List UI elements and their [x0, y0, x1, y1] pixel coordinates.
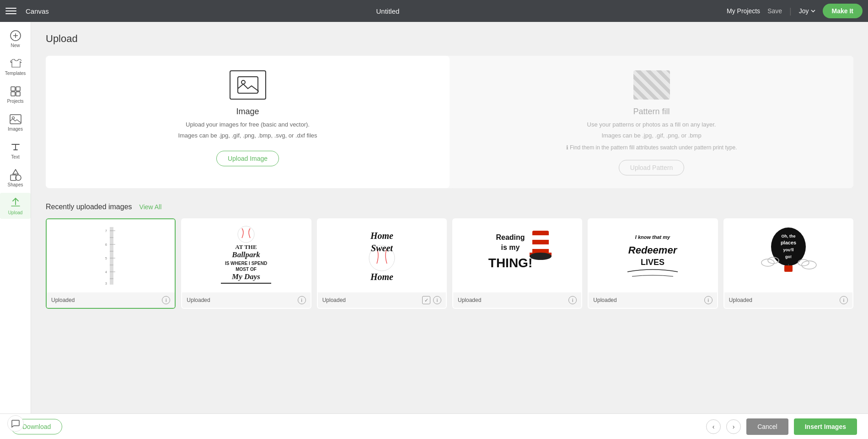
save-button[interactable]: Save: [767, 7, 782, 15]
info-icon-5[interactable]: i: [704, 296, 713, 304]
sidebar-item-projects[interactable]: Projects: [0, 81, 31, 107]
image-thumb-1: 7 6 5 4 3: [47, 219, 175, 292]
svg-rect-39: [532, 231, 549, 254]
image-card-footer-4: Uploaded i: [453, 292, 581, 308]
svg-text:My Days: My Days: [232, 272, 261, 281]
svg-rect-11: [110, 227, 113, 285]
image-card-label-3: Uploaded: [322, 297, 346, 303]
image-thumb-6: Oh, the places you'll go!: [724, 219, 852, 292]
image-card-footer-1: Uploaded i: [47, 292, 175, 308]
document-title[interactable]: Untitled: [54, 7, 721, 15]
header-divider: |: [789, 6, 792, 16]
image-grid: 7 6 5 4 3 Uploaded i: [46, 218, 853, 309]
image-upload-icon-box: [230, 70, 266, 100]
svg-point-8: [16, 175, 21, 180]
info-icon-2[interactable]: i: [298, 296, 306, 304]
image-card-actions-4: i: [568, 296, 577, 304]
svg-text:Oh, the: Oh, the: [781, 234, 795, 238]
svg-rect-5: [10, 115, 21, 124]
svg-text:7: 7: [105, 229, 107, 233]
info-icon-4[interactable]: i: [568, 296, 577, 304]
sidebar-item-templates[interactable]: Templates: [0, 53, 31, 79]
menu-icon[interactable]: [5, 8, 16, 14]
svg-text:Home: Home: [370, 272, 393, 282]
image-thumb-3: Home Sweet Home: [318, 219, 446, 292]
pattern-upload-desc1: Use your patterns or photos as a fill on…: [587, 120, 716, 129]
pattern-upload-desc2: Images can be .jpg, .gif, .png, or .bmp: [601, 131, 701, 140]
sidebar-item-shapes-label: Shapes: [8, 182, 23, 187]
svg-rect-1: [11, 87, 15, 91]
image-card-5[interactable]: I know that my Redeemer LIVES Uploaded i: [588, 218, 718, 309]
sidebar-item-images-label: Images: [8, 127, 23, 132]
svg-text:Sweet: Sweet: [371, 243, 393, 253]
make-it-button[interactable]: Make It: [823, 4, 863, 18]
view-all-link[interactable]: View All: [139, 203, 162, 211]
info-icon-1[interactable]: i: [162, 296, 170, 304]
sidebar-item-text[interactable]: Text: [0, 137, 31, 163]
image-card-label-2: Uploaded: [187, 297, 210, 303]
svg-text:is my: is my: [501, 243, 520, 251]
sidebar-item-templates-label: Templates: [5, 71, 26, 76]
upload-title: Upload: [46, 33, 853, 45]
shapes-icon: [9, 169, 22, 181]
info-icon-3[interactable]: i: [433, 296, 441, 304]
plus-circle-icon: [9, 29, 22, 42]
check-icon-3[interactable]: ✓: [422, 296, 430, 304]
canvas-label: Canvas: [26, 7, 49, 15]
sidebar-item-new[interactable]: New: [0, 26, 31, 52]
image-thumb-4: Reading is my THING!: [453, 219, 581, 292]
image-card-actions-5: i: [704, 296, 713, 304]
svg-text:MOST OF: MOST OF: [236, 267, 257, 272]
upload-pattern-card: Pattern fill Use your patterns or photos…: [450, 56, 853, 188]
recently-title: Recently uploaded images: [46, 203, 132, 211]
pagination-right-icon[interactable]: ›: [726, 419, 741, 434]
sidebar-item-images[interactable]: Images: [0, 109, 31, 135]
image-card-label-5: Uploaded: [593, 297, 616, 303]
upload-types: Image Upload your images for free (basic…: [46, 56, 853, 188]
user-menu[interactable]: Joy: [799, 7, 815, 15]
image-card-1[interactable]: 7 6 5 4 3 Uploaded i: [46, 218, 176, 309]
svg-text:Redeemer: Redeemer: [628, 244, 678, 256]
recently-header: Recently uploaded images View All: [46, 203, 853, 211]
svg-text:Reading: Reading: [496, 233, 525, 241]
image-card-6[interactable]: Oh, the places you'll go!: [723, 218, 853, 309]
svg-rect-4: [16, 92, 20, 96]
image-card-actions-2: i: [298, 296, 306, 304]
svg-rect-42: [532, 244, 549, 249]
svg-text:you'll: you'll: [783, 248, 793, 252]
image-thumb-2: AT THE Ballpark IS WHERE I SPEND MOST OF…: [182, 219, 310, 292]
sidebar-item-shapes[interactable]: Shapes: [0, 165, 31, 191]
grid-icon: [9, 85, 22, 98]
image-upload-desc2: Images can be .jpg, .gif, .png, .bmp, .s…: [178, 131, 317, 140]
image-thumb-5: I know that my Redeemer LIVES: [589, 219, 717, 292]
image-upload-desc1: Upload your images for free (basic and v…: [186, 120, 310, 129]
pagination-left-icon[interactable]: ‹: [706, 419, 721, 434]
cancel-button[interactable]: Cancel: [746, 418, 788, 435]
svg-text:6: 6: [105, 243, 107, 246]
sidebar-item-text-label: Text: [11, 154, 19, 159]
image-card-3[interactable]: Home Sweet Home Uploaded ✓: [317, 218, 447, 309]
sidebar: New Templates Projects Images Text: [0, 22, 31, 413]
svg-text:Home: Home: [370, 231, 393, 241]
upload-image-card: Image Upload your images for free (basic…: [46, 56, 450, 188]
insert-images-button[interactable]: Insert Images: [794, 418, 857, 435]
shirt-icon: [9, 57, 22, 70]
info-icon-6[interactable]: i: [840, 296, 848, 304]
svg-point-25: [238, 226, 254, 243]
bottom-right: ‹ › Cancel Insert Images: [706, 418, 857, 435]
my-projects-link[interactable]: My Projects: [727, 7, 760, 15]
image-card-actions-3: ✓ i: [422, 296, 441, 304]
chat-icon[interactable]: [7, 415, 24, 432]
sidebar-item-upload[interactable]: Upload: [0, 193, 31, 219]
upload-image-button[interactable]: Upload Image: [216, 151, 279, 166]
image-card-label-1: Uploaded: [51, 297, 75, 303]
header: Canvas Untitled My Projects Save | Joy M…: [0, 0, 868, 22]
recently-section: Recently uploaded images View All: [46, 203, 853, 309]
header-right: My Projects Save | Joy Make It: [727, 4, 863, 18]
image-card-label-6: Uploaded: [729, 297, 752, 303]
svg-point-43: [530, 253, 552, 260]
image-card-4[interactable]: Reading is my THING! Uploaded: [452, 218, 582, 309]
image-card-2[interactable]: AT THE Ballpark IS WHERE I SPEND MOST OF…: [181, 218, 311, 309]
svg-text:5: 5: [105, 257, 107, 260]
pattern-upload-type-name: Pattern fill: [633, 107, 670, 116]
